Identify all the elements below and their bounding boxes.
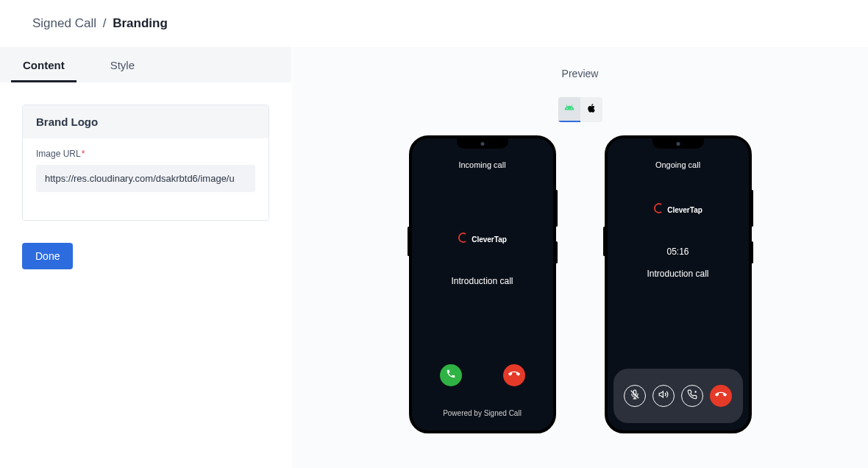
ios-toggle[interactable]	[580, 97, 602, 122]
image-url-input[interactable]	[36, 165, 255, 192]
apple-icon	[586, 103, 597, 116]
brand-logo: CleverTap	[653, 202, 702, 217]
speaker-icon	[658, 389, 669, 403]
incoming-status: Incoming call	[458, 160, 505, 169]
powered-by-text: Powered by Signed Call	[443, 409, 522, 417]
os-toggle	[558, 97, 602, 122]
bluetooth-button[interactable]: ✱	[681, 385, 703, 407]
ongoing-timer: 05:16	[666, 247, 689, 257]
tab-style[interactable]: Style	[99, 49, 146, 82]
accept-call-button[interactable]	[440, 364, 462, 386]
clevertap-swoosh-icon	[653, 202, 665, 217]
incoming-call-label: Introduction call	[451, 276, 513, 286]
phone-side-button	[555, 190, 558, 227]
brand-logo-card: Brand Logo Image URL*	[22, 104, 269, 221]
phone-side-button	[408, 227, 410, 256]
page-header: Signed Call / Branding	[0, 0, 868, 47]
brand-text: CleverTap	[667, 206, 702, 214]
hangup-icon	[715, 389, 727, 403]
left-panel: Content Style Brand Logo Image URL* Done	[0, 47, 292, 468]
hangup-button[interactable]	[710, 385, 732, 407]
image-url-label: Image URL*	[36, 149, 255, 159]
phone-side-button	[555, 241, 558, 263]
image-url-label-text: Image URL	[36, 149, 81, 159]
tabs: Content Style	[0, 47, 291, 82]
phone-side-button	[603, 227, 605, 256]
clevertap-logo: CleverTap	[458, 232, 507, 247]
card-body: Image URL*	[23, 138, 268, 220]
android-toggle[interactable]	[558, 97, 580, 122]
bluetooth-phone-icon: ✱	[687, 389, 697, 403]
card-title: Brand Logo	[23, 105, 268, 138]
phone-accept-icon	[446, 369, 456, 382]
ongoing-call-label: Introduction call	[647, 269, 708, 279]
mute-icon	[630, 389, 640, 403]
phone-side-button	[751, 190, 753, 227]
brand-logo: CleverTap	[458, 232, 507, 247]
panel-body: Brand Logo Image URL* Done	[0, 82, 291, 291]
tab-content[interactable]: Content	[11, 49, 77, 82]
android-icon	[564, 102, 574, 116]
ongoing-status: Ongoing call	[655, 160, 700, 169]
phone-side-button	[751, 241, 753, 263]
svg-text:✱: ✱	[694, 390, 697, 394]
ongoing-action-tray: ✱	[613, 369, 743, 423]
done-button[interactable]: Done	[22, 243, 73, 269]
breadcrumb-current: Branding	[113, 16, 168, 30]
phone-ongoing: Ongoing call CleverTap 05:16 Introductio…	[605, 135, 752, 433]
phone-decline-icon	[508, 368, 520, 383]
required-asterisk: *	[82, 149, 85, 159]
clevertap-logo: CleverTap	[653, 202, 702, 217]
incoming-actions	[412, 364, 553, 386]
breadcrumb-parent[interactable]: Signed Call	[32, 16, 96, 30]
mute-button[interactable]	[624, 385, 646, 407]
breadcrumb-separator: /	[103, 16, 107, 30]
preview-title: Preview	[562, 68, 599, 79]
svg-marker-1	[659, 391, 663, 397]
clevertap-swoosh-icon	[458, 232, 469, 247]
preview-panel: Preview Incoming call	[292, 47, 868, 468]
breadcrumb: Signed Call / Branding	[32, 16, 836, 31]
phones-container: Incoming call CleverTap Introduction cal…	[409, 135, 752, 433]
decline-call-button[interactable]	[503, 364, 525, 386]
speaker-button[interactable]	[652, 385, 675, 407]
phone-incoming: Incoming call CleverTap Introduction cal…	[409, 135, 556, 433]
brand-text: CleverTap	[472, 235, 507, 244]
main-content: Content Style Brand Logo Image URL* Done…	[0, 47, 868, 468]
